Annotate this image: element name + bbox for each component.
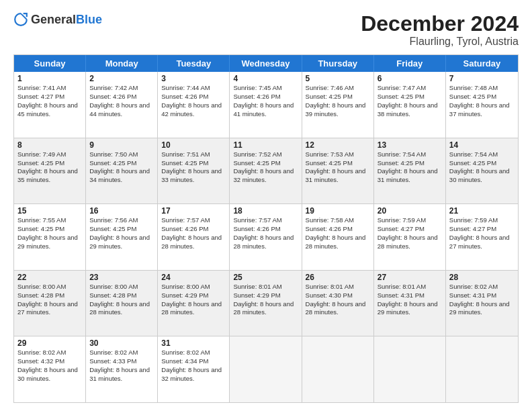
day-number: 23 (89, 273, 154, 282)
sunrise-line: Sunrise: 7:49 AM (17, 150, 82, 159)
day-number: 19 (306, 206, 370, 216)
calendar-cell: 21 Sunrise: 7:59 AM Sunset: 4:27 PM Dayl… (446, 204, 518, 270)
calendar-cell: 5 Sunrise: 7:46 AM Sunset: 4:25 PM Dayli… (302, 72, 374, 138)
calendar-cell: 7 Sunrise: 7:48 AM Sunset: 4:25 PM Dayli… (446, 72, 518, 138)
sunrise-line: Sunrise: 7:51 AM (161, 150, 226, 159)
sunset-line: Sunset: 4:25 PM (17, 225, 82, 234)
calendar-cell (230, 336, 302, 402)
sunset-line: Sunset: 4:29 PM (161, 291, 226, 300)
daylight-line: Daylight: 8 hours and 30 minutes. (17, 366, 82, 383)
sunrise-line: Sunrise: 7:50 AM (89, 150, 154, 159)
daylight-line: Daylight: 8 hours and 34 minutes. (89, 167, 154, 185)
daylight-line: Daylight: 8 hours and 28 minutes. (161, 234, 226, 251)
sunrise-line: Sunrise: 7:59 AM (378, 216, 442, 225)
calendar-cell: 15 Sunrise: 7:55 AM Sunset: 4:25 PM Dayl… (14, 204, 86, 270)
logo-blue: Blue (76, 13, 102, 26)
calendar-body: 1 Sunrise: 7:41 AM Sunset: 4:27 PM Dayli… (14, 72, 518, 402)
sunrise-line: Sunrise: 7:58 AM (306, 216, 370, 225)
daylight-line: Daylight: 8 hours and 45 minutes. (17, 101, 82, 119)
day-number: 27 (378, 273, 442, 282)
daylight-line: Daylight: 8 hours and 32 minutes. (161, 366, 226, 383)
calendar-cell: 6 Sunrise: 7:47 AM Sunset: 4:25 PM Dayli… (374, 72, 446, 138)
calendar-cell (374, 336, 446, 402)
sunset-line: Sunset: 4:28 PM (17, 291, 82, 300)
sunset-line: Sunset: 4:26 PM (233, 93, 298, 101)
sunrise-line: Sunrise: 7:59 AM (449, 216, 515, 225)
calendar-cell (302, 336, 374, 402)
daylight-line: Daylight: 8 hours and 31 minutes. (306, 167, 370, 185)
daylight-line: Daylight: 8 hours and 30 minutes. (449, 167, 515, 185)
daylight-line: Daylight: 8 hours and 44 minutes. (89, 101, 154, 119)
daylight-line: Daylight: 8 hours and 28 minutes. (306, 234, 370, 251)
day-number: 30 (89, 338, 154, 348)
sunrise-line: Sunrise: 8:00 AM (17, 283, 82, 291)
day-number: 4 (233, 74, 298, 83)
day-number: 10 (161, 140, 226, 150)
sunset-line: Sunset: 4:25 PM (378, 159, 442, 168)
header-wednesday: Wednesday (230, 55, 302, 72)
sunset-line: Sunset: 4:31 PM (449, 291, 515, 300)
page: GeneralBlue December 2024 Flaurling, Tyr… (0, 0, 532, 411)
sunrise-line: Sunrise: 7:48 AM (449, 84, 515, 93)
location-title: Flaurling, Tyrol, Austria (361, 36, 519, 48)
calendar-cell: 11 Sunrise: 7:52 AM Sunset: 4:25 PM Dayl… (230, 138, 302, 204)
sunrise-line: Sunrise: 8:00 AM (89, 283, 154, 291)
sunset-line: Sunset: 4:25 PM (17, 159, 82, 168)
day-number: 25 (233, 273, 298, 282)
day-number: 17 (161, 206, 226, 216)
daylight-line: Daylight: 8 hours and 28 minutes. (306, 300, 370, 318)
title-area: December 2024 Flaurling, Tyrol, Austria (361, 12, 519, 48)
sunrise-line: Sunrise: 7:45 AM (233, 84, 298, 93)
sunrise-line: Sunrise: 7:46 AM (306, 84, 370, 93)
sunrise-line: Sunrise: 7:53 AM (306, 150, 370, 159)
calendar-cell: 10 Sunrise: 7:51 AM Sunset: 4:25 PM Dayl… (158, 138, 230, 204)
sunset-line: Sunset: 4:26 PM (233, 225, 298, 234)
sunset-line: Sunset: 4:26 PM (161, 93, 226, 101)
day-number: 7 (449, 74, 515, 83)
logo-icon (13, 12, 28, 27)
calendar-cell: 30 Sunrise: 8:02 AM Sunset: 4:33 PM Dayl… (86, 336, 158, 402)
calendar-row-1: 1 Sunrise: 7:41 AM Sunset: 4:27 PM Dayli… (14, 72, 518, 138)
daylight-line: Daylight: 8 hours and 28 minutes. (233, 234, 298, 251)
daylight-line: Daylight: 8 hours and 35 minutes. (17, 167, 82, 185)
sunrise-line: Sunrise: 8:02 AM (449, 283, 515, 291)
sunset-line: Sunset: 4:32 PM (17, 357, 82, 366)
calendar-cell: 20 Sunrise: 7:59 AM Sunset: 4:27 PM Dayl… (374, 204, 446, 270)
sunset-line: Sunset: 4:25 PM (306, 93, 370, 101)
calendar-cell: 8 Sunrise: 7:49 AM Sunset: 4:25 PM Dayli… (14, 138, 86, 204)
sunrise-line: Sunrise: 8:02 AM (161, 349, 226, 357)
calendar-cell: 12 Sunrise: 7:53 AM Sunset: 4:25 PM Dayl… (302, 138, 374, 204)
day-number: 1 (17, 74, 82, 83)
calendar-row-3: 15 Sunrise: 7:55 AM Sunset: 4:25 PM Dayl… (14, 203, 518, 270)
sunset-line: Sunset: 4:26 PM (161, 225, 226, 234)
day-number: 14 (449, 140, 515, 150)
sunrise-line: Sunrise: 7:47 AM (378, 84, 442, 93)
day-number: 9 (89, 140, 154, 150)
header-friday: Friday (374, 55, 446, 72)
day-number: 20 (378, 206, 442, 216)
day-number: 29 (17, 338, 82, 348)
sunset-line: Sunset: 4:30 PM (306, 291, 370, 300)
calendar-cell: 22 Sunrise: 8:00 AM Sunset: 4:28 PM Dayl… (14, 271, 86, 336)
daylight-line: Daylight: 8 hours and 31 minutes. (378, 167, 442, 185)
sunrise-line: Sunrise: 7:56 AM (89, 216, 154, 225)
header-thursday: Thursday (302, 55, 374, 72)
month-title: December 2024 (361, 12, 519, 36)
sunset-line: Sunset: 4:33 PM (89, 357, 154, 366)
daylight-line: Daylight: 8 hours and 28 minutes. (89, 300, 154, 318)
sunrise-line: Sunrise: 7:57 AM (233, 216, 298, 225)
sunset-line: Sunset: 4:25 PM (89, 225, 154, 234)
header: GeneralBlue December 2024 Flaurling, Tyr… (13, 12, 519, 48)
sunset-line: Sunset: 4:25 PM (306, 159, 370, 168)
calendar-cell: 26 Sunrise: 8:01 AM Sunset: 4:30 PM Dayl… (302, 271, 374, 336)
day-number: 24 (161, 273, 226, 282)
sunset-line: Sunset: 4:28 PM (89, 291, 154, 300)
calendar-cell: 28 Sunrise: 8:02 AM Sunset: 4:31 PM Dayl… (446, 271, 518, 336)
sunrise-line: Sunrise: 8:01 AM (306, 283, 370, 291)
sunrise-line: Sunrise: 7:57 AM (161, 216, 226, 225)
sunset-line: Sunset: 4:25 PM (161, 159, 226, 168)
sunset-line: Sunset: 4:27 PM (17, 93, 82, 101)
calendar-cell: 16 Sunrise: 7:56 AM Sunset: 4:25 PM Dayl… (86, 204, 158, 270)
sunset-line: Sunset: 4:34 PM (161, 357, 226, 366)
day-number: 21 (449, 206, 515, 216)
